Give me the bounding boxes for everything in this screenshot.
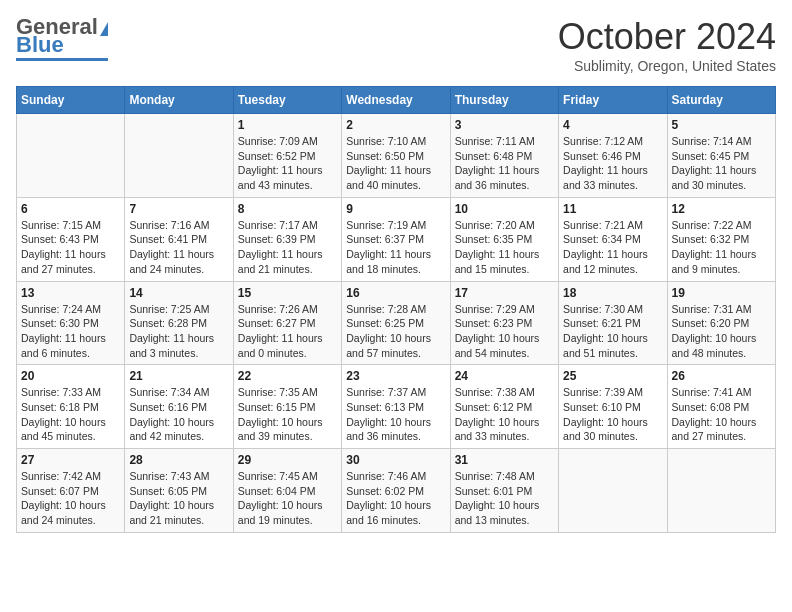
week-row-2: 6Sunrise: 7:15 AM Sunset: 6:43 PM Daylig… xyxy=(17,197,776,281)
day-cell xyxy=(125,114,233,198)
header-thursday: Thursday xyxy=(450,87,558,114)
day-info: Sunrise: 7:48 AM Sunset: 6:01 PM Dayligh… xyxy=(455,469,554,528)
day-number: 10 xyxy=(455,202,554,216)
day-info: Sunrise: 7:35 AM Sunset: 6:15 PM Dayligh… xyxy=(238,385,337,444)
day-info: Sunrise: 7:28 AM Sunset: 6:25 PM Dayligh… xyxy=(346,302,445,361)
day-info: Sunrise: 7:12 AM Sunset: 6:46 PM Dayligh… xyxy=(563,134,662,193)
day-info: Sunrise: 7:22 AM Sunset: 6:32 PM Dayligh… xyxy=(672,218,771,277)
day-info: Sunrise: 7:21 AM Sunset: 6:34 PM Dayligh… xyxy=(563,218,662,277)
day-info: Sunrise: 7:29 AM Sunset: 6:23 PM Dayligh… xyxy=(455,302,554,361)
day-info: Sunrise: 7:33 AM Sunset: 6:18 PM Dayligh… xyxy=(21,385,120,444)
day-cell: 23Sunrise: 7:37 AM Sunset: 6:13 PM Dayli… xyxy=(342,365,450,449)
day-cell: 9Sunrise: 7:19 AM Sunset: 6:37 PM Daylig… xyxy=(342,197,450,281)
day-info: Sunrise: 7:43 AM Sunset: 6:05 PM Dayligh… xyxy=(129,469,228,528)
day-number: 22 xyxy=(238,369,337,383)
day-number: 15 xyxy=(238,286,337,300)
day-info: Sunrise: 7:41 AM Sunset: 6:08 PM Dayligh… xyxy=(672,385,771,444)
logo: General Blue xyxy=(16,16,108,61)
week-row-1: 1Sunrise: 7:09 AM Sunset: 6:52 PM Daylig… xyxy=(17,114,776,198)
day-cell: 5Sunrise: 7:14 AM Sunset: 6:45 PM Daylig… xyxy=(667,114,775,198)
calendar-body: 1Sunrise: 7:09 AM Sunset: 6:52 PM Daylig… xyxy=(17,114,776,533)
day-number: 25 xyxy=(563,369,662,383)
header-saturday: Saturday xyxy=(667,87,775,114)
day-cell: 29Sunrise: 7:45 AM Sunset: 6:04 PM Dayli… xyxy=(233,449,341,533)
day-number: 28 xyxy=(129,453,228,467)
day-number: 2 xyxy=(346,118,445,132)
day-cell: 26Sunrise: 7:41 AM Sunset: 6:08 PM Dayli… xyxy=(667,365,775,449)
day-number: 20 xyxy=(21,369,120,383)
day-cell: 14Sunrise: 7:25 AM Sunset: 6:28 PM Dayli… xyxy=(125,281,233,365)
day-info: Sunrise: 7:45 AM Sunset: 6:04 PM Dayligh… xyxy=(238,469,337,528)
week-row-3: 13Sunrise: 7:24 AM Sunset: 6:30 PM Dayli… xyxy=(17,281,776,365)
week-row-4: 20Sunrise: 7:33 AM Sunset: 6:18 PM Dayli… xyxy=(17,365,776,449)
day-cell: 10Sunrise: 7:20 AM Sunset: 6:35 PM Dayli… xyxy=(450,197,558,281)
day-number: 14 xyxy=(129,286,228,300)
day-info: Sunrise: 7:37 AM Sunset: 6:13 PM Dayligh… xyxy=(346,385,445,444)
day-cell: 13Sunrise: 7:24 AM Sunset: 6:30 PM Dayli… xyxy=(17,281,125,365)
day-cell: 25Sunrise: 7:39 AM Sunset: 6:10 PM Dayli… xyxy=(559,365,667,449)
day-info: Sunrise: 7:25 AM Sunset: 6:28 PM Dayligh… xyxy=(129,302,228,361)
day-cell: 17Sunrise: 7:29 AM Sunset: 6:23 PM Dayli… xyxy=(450,281,558,365)
day-cell: 18Sunrise: 7:30 AM Sunset: 6:21 PM Dayli… xyxy=(559,281,667,365)
day-number: 26 xyxy=(672,369,771,383)
header-tuesday: Tuesday xyxy=(233,87,341,114)
day-number: 5 xyxy=(672,118,771,132)
day-cell: 4Sunrise: 7:12 AM Sunset: 6:46 PM Daylig… xyxy=(559,114,667,198)
day-number: 17 xyxy=(455,286,554,300)
day-info: Sunrise: 7:09 AM Sunset: 6:52 PM Dayligh… xyxy=(238,134,337,193)
day-number: 23 xyxy=(346,369,445,383)
day-cell: 6Sunrise: 7:15 AM Sunset: 6:43 PM Daylig… xyxy=(17,197,125,281)
day-cell: 20Sunrise: 7:33 AM Sunset: 6:18 PM Dayli… xyxy=(17,365,125,449)
day-cell xyxy=(559,449,667,533)
header-friday: Friday xyxy=(559,87,667,114)
day-info: Sunrise: 7:15 AM Sunset: 6:43 PM Dayligh… xyxy=(21,218,120,277)
day-info: Sunrise: 7:19 AM Sunset: 6:37 PM Dayligh… xyxy=(346,218,445,277)
day-cell: 12Sunrise: 7:22 AM Sunset: 6:32 PM Dayli… xyxy=(667,197,775,281)
day-info: Sunrise: 7:10 AM Sunset: 6:50 PM Dayligh… xyxy=(346,134,445,193)
day-info: Sunrise: 7:17 AM Sunset: 6:39 PM Dayligh… xyxy=(238,218,337,277)
day-info: Sunrise: 7:20 AM Sunset: 6:35 PM Dayligh… xyxy=(455,218,554,277)
day-cell: 11Sunrise: 7:21 AM Sunset: 6:34 PM Dayli… xyxy=(559,197,667,281)
day-number: 18 xyxy=(563,286,662,300)
day-info: Sunrise: 7:39 AM Sunset: 6:10 PM Dayligh… xyxy=(563,385,662,444)
day-number: 29 xyxy=(238,453,337,467)
day-number: 3 xyxy=(455,118,554,132)
day-number: 13 xyxy=(21,286,120,300)
day-number: 16 xyxy=(346,286,445,300)
day-number: 27 xyxy=(21,453,120,467)
day-info: Sunrise: 7:31 AM Sunset: 6:20 PM Dayligh… xyxy=(672,302,771,361)
day-info: Sunrise: 7:26 AM Sunset: 6:27 PM Dayligh… xyxy=(238,302,337,361)
logo-underline xyxy=(16,58,108,61)
day-cell: 22Sunrise: 7:35 AM Sunset: 6:15 PM Dayli… xyxy=(233,365,341,449)
day-cell xyxy=(17,114,125,198)
day-cell: 1Sunrise: 7:09 AM Sunset: 6:52 PM Daylig… xyxy=(233,114,341,198)
day-cell: 15Sunrise: 7:26 AM Sunset: 6:27 PM Dayli… xyxy=(233,281,341,365)
calendar-table: SundayMondayTuesdayWednesdayThursdayFrid… xyxy=(16,86,776,533)
day-cell: 24Sunrise: 7:38 AM Sunset: 6:12 PM Dayli… xyxy=(450,365,558,449)
day-number: 1 xyxy=(238,118,337,132)
logo-blue-text: Blue xyxy=(16,34,64,56)
day-number: 21 xyxy=(129,369,228,383)
day-number: 4 xyxy=(563,118,662,132)
day-info: Sunrise: 7:46 AM Sunset: 6:02 PM Dayligh… xyxy=(346,469,445,528)
location-subtitle: Sublimity, Oregon, United States xyxy=(558,58,776,74)
day-cell: 27Sunrise: 7:42 AM Sunset: 6:07 PM Dayli… xyxy=(17,449,125,533)
day-info: Sunrise: 7:24 AM Sunset: 6:30 PM Dayligh… xyxy=(21,302,120,361)
month-title: October 2024 xyxy=(558,16,776,58)
week-row-5: 27Sunrise: 7:42 AM Sunset: 6:07 PM Dayli… xyxy=(17,449,776,533)
day-cell: 16Sunrise: 7:28 AM Sunset: 6:25 PM Dayli… xyxy=(342,281,450,365)
day-number: 9 xyxy=(346,202,445,216)
day-info: Sunrise: 7:34 AM Sunset: 6:16 PM Dayligh… xyxy=(129,385,228,444)
day-number: 31 xyxy=(455,453,554,467)
day-cell: 2Sunrise: 7:10 AM Sunset: 6:50 PM Daylig… xyxy=(342,114,450,198)
day-cell: 3Sunrise: 7:11 AM Sunset: 6:48 PM Daylig… xyxy=(450,114,558,198)
day-number: 19 xyxy=(672,286,771,300)
day-number: 12 xyxy=(672,202,771,216)
day-cell: 21Sunrise: 7:34 AM Sunset: 6:16 PM Dayli… xyxy=(125,365,233,449)
day-cell: 31Sunrise: 7:48 AM Sunset: 6:01 PM Dayli… xyxy=(450,449,558,533)
header-monday: Monday xyxy=(125,87,233,114)
day-cell: 28Sunrise: 7:43 AM Sunset: 6:05 PM Dayli… xyxy=(125,449,233,533)
day-info: Sunrise: 7:38 AM Sunset: 6:12 PM Dayligh… xyxy=(455,385,554,444)
day-number: 6 xyxy=(21,202,120,216)
day-cell xyxy=(667,449,775,533)
